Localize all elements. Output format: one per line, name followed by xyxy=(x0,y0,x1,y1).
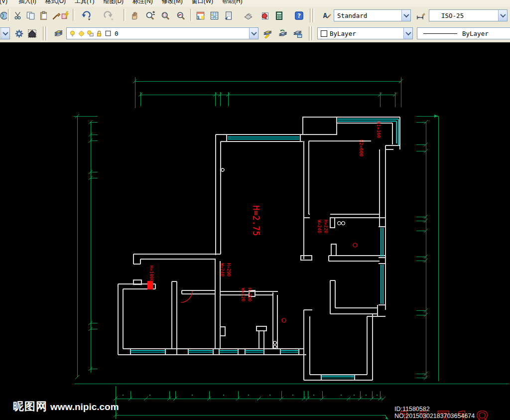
layers-button[interactable] xyxy=(51,26,65,40)
separator xyxy=(311,26,313,40)
door3-height-label: H=290 xyxy=(247,288,252,301)
sheet-set-button[interactable] xyxy=(241,8,255,22)
h1-label: H1=160 xyxy=(376,121,382,139)
linetype-sample xyxy=(423,33,457,34)
separator xyxy=(45,26,47,40)
menu-items: 图(V) 插入(I)格式(O)工具(T)绘图(D)标注(N)修改(M)窗口(W)… xyxy=(0,0,499,7)
chevron-down-icon[interactable] xyxy=(249,28,258,39)
zoom-realtime-button[interactable] xyxy=(143,8,157,22)
door-symbol xyxy=(353,243,357,247)
cut-button[interactable] xyxy=(10,8,24,22)
color-combo[interactable]: ByLayer xyxy=(317,27,413,39)
layer-name: 0 xyxy=(112,30,249,37)
dim-style-combo[interactable]: ISO-25 xyxy=(429,9,508,21)
autocad-window: 图(V) 插入(I)格式(O)工具(T)绘图(D)标注(N)修改(M)窗口(W)… xyxy=(0,0,510,420)
text-style-icon[interactable]: A xyxy=(319,8,333,22)
separator xyxy=(312,8,314,22)
menu-item[interactable]: 帮助(H) xyxy=(218,0,247,7)
zoom-window-button[interactable] xyxy=(158,8,172,22)
calculator-button[interactable] xyxy=(272,8,286,22)
menu-item[interactable]: 工具(T) xyxy=(70,0,99,7)
svg-text:?: ? xyxy=(297,12,301,19)
separator xyxy=(310,8,312,22)
pan-button[interactable] xyxy=(128,8,141,22)
menu-item-partial[interactable]: 图(V) xyxy=(0,0,12,7)
chevron-down-icon[interactable] xyxy=(403,28,412,39)
text-style-value: Standard xyxy=(334,12,401,19)
menu-item[interactable]: 格式(O) xyxy=(41,0,70,7)
menu-item[interactable]: 窗口(W) xyxy=(187,0,218,7)
properties-palette-button[interactable] xyxy=(221,8,235,22)
door-leaf xyxy=(147,281,153,289)
layer-viewport-icon[interactable] xyxy=(87,30,94,37)
separator xyxy=(124,9,126,21)
color-swatch xyxy=(321,30,327,37)
nipic-watermark: 昵图网www.nipic.com xyxy=(13,399,119,414)
drawing-canvas[interactable]: H=2.75 H1=160 H2=660 H=220 W=240 H=290 W… xyxy=(0,42,510,420)
standard-toolbar: A ? A Standard I xyxy=(0,6,510,24)
annotation-tools-button[interactable]: A xyxy=(193,8,207,22)
named-views-button[interactable] xyxy=(25,26,39,40)
menu-item[interactable]: 修改(M) xyxy=(157,0,187,7)
svg-text:A: A xyxy=(323,11,327,19)
redo-button[interactable] xyxy=(99,8,119,22)
door-symbol xyxy=(282,318,286,322)
undo-button[interactable] xyxy=(76,8,96,22)
linetype-value: ByLayer xyxy=(462,30,510,37)
linetype-combo[interactable]: ByLayer xyxy=(417,27,510,39)
color-value: ByLayer xyxy=(330,30,403,37)
floor-plan: H=2.75 H1=160 H2=660 H=220 W=240 H=290 W… xyxy=(0,42,510,420)
menu-item[interactable]: 插入(I) xyxy=(14,0,40,7)
dimension-lines xyxy=(74,77,509,420)
layer-state-icons xyxy=(67,30,112,37)
dim-style-icon[interactable] xyxy=(414,8,428,22)
dimension-dots xyxy=(123,395,378,396)
door-knob-symbols xyxy=(221,168,345,348)
paste-button[interactable] xyxy=(36,8,50,22)
door1-height-label: H=220 xyxy=(323,220,328,233)
dim-style-value: ISO-25 xyxy=(429,12,498,19)
door2-width-label: W=240 xyxy=(220,263,225,277)
door2-height-label: H=290 xyxy=(226,263,231,277)
separator xyxy=(73,9,75,21)
walls xyxy=(118,117,400,380)
door4-height-label: H=1800 xyxy=(149,266,154,282)
door1-width-label: W=240 xyxy=(317,220,322,233)
svg-text:A: A xyxy=(197,15,200,20)
door-swing-arc xyxy=(181,291,192,302)
menu-item[interactable]: 绘图(D) xyxy=(99,0,128,7)
markup-set-button[interactable] xyxy=(258,8,272,22)
layer-properties-button[interactable] xyxy=(207,8,221,22)
clipped-combo[interactable] xyxy=(0,27,10,39)
copy-button[interactable] xyxy=(23,8,37,22)
door3-width-label: W=220 xyxy=(241,288,246,301)
make-object-layer-current-button[interactable] xyxy=(260,26,274,40)
layer-on-bulb-icon[interactable] xyxy=(69,30,76,37)
separator xyxy=(43,26,45,40)
layer-previous-button[interactable] xyxy=(275,26,289,40)
nipic-url: www.nipic.com xyxy=(50,402,119,412)
chevron-down-icon[interactable] xyxy=(498,10,507,21)
image-id-text: ID:11580582 NO:20150302183703654674 xyxy=(394,406,510,420)
help-button[interactable]: ? xyxy=(292,8,306,22)
zoom-previous-button[interactable] xyxy=(174,8,188,22)
chevron-down-icon[interactable] xyxy=(0,28,9,39)
layer-states-button[interactable] xyxy=(290,26,304,40)
menu-bar: 图(V) 插入(I)格式(O)工具(T)绘图(D)标注(N)修改(M)窗口(W)… xyxy=(0,0,510,7)
settings-gear-button[interactable] xyxy=(12,26,26,40)
menu-item[interactable]: 标注(N) xyxy=(128,0,157,7)
layer-color-swatch[interactable] xyxy=(105,30,112,37)
layers-toolbar: 0 ByLayer ByLayer xyxy=(0,23,510,43)
layer-unlock-icon[interactable] xyxy=(96,30,103,37)
layer-freeze-sun-icon[interactable] xyxy=(78,30,85,37)
layer-combo[interactable]: 0 xyxy=(66,27,258,39)
chevron-down-icon[interactable] xyxy=(401,10,410,21)
separator xyxy=(8,9,10,21)
edit-block-button[interactable] xyxy=(58,8,72,22)
text-style-combo[interactable]: Standard xyxy=(334,9,411,21)
red-annotations: H=2.75 H1=160 H2=660 H=220 W=240 H=290 W… xyxy=(147,121,382,322)
h2-label: H2=660 xyxy=(359,140,364,157)
dimension-ticks xyxy=(75,79,428,417)
windows xyxy=(130,119,398,378)
separator xyxy=(190,9,192,21)
